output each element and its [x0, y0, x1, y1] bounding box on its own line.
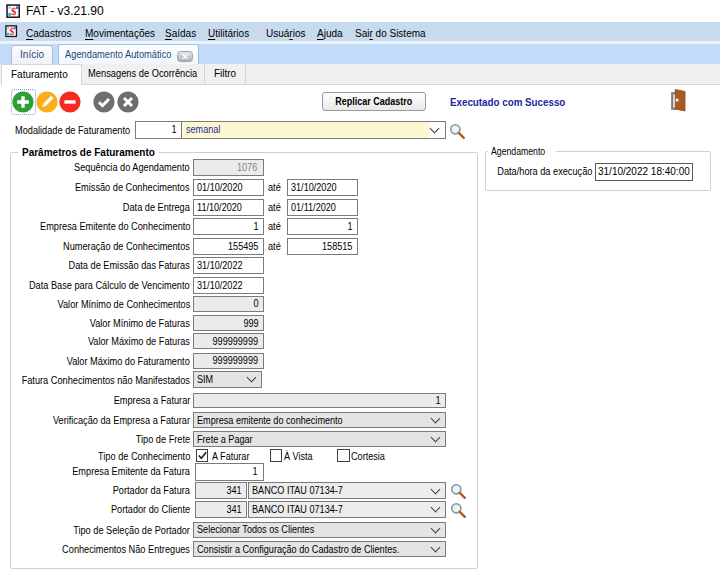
- svg-text:$: $: [9, 27, 14, 37]
- svg-text:$: $: [11, 5, 17, 17]
